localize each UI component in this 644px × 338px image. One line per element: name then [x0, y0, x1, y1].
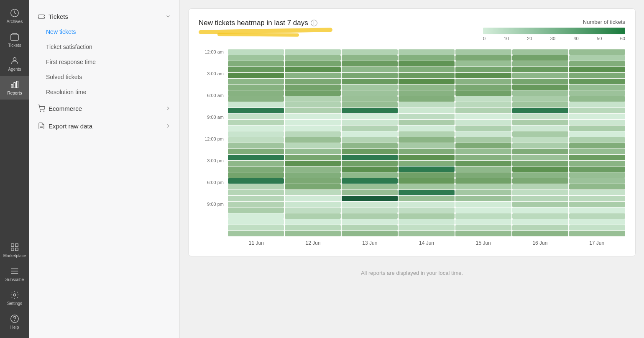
heatmap-cell[interactable] [285, 114, 341, 119]
heatmap-cell[interactable] [512, 131, 568, 137]
heatmap-cell[interactable] [512, 114, 568, 119]
heatmap-cell[interactable] [399, 114, 455, 119]
sidebar-ticket-satisfaction[interactable]: Ticket satisfaction [29, 39, 179, 54]
heatmap-cell[interactable] [399, 49, 455, 55]
heatmap-cell[interactable] [399, 161, 455, 166]
tickets-section-header[interactable]: Tickets [29, 8, 179, 24]
heatmap-cell[interactable] [512, 108, 568, 113]
heatmap-cell[interactable] [285, 131, 341, 137]
heatmap-cell[interactable] [342, 219, 398, 225]
heatmap-cell[interactable] [455, 84, 511, 90]
heatmap-cell[interactable] [228, 55, 284, 61]
heatmap-cell[interactable] [285, 108, 341, 113]
heatmap-cell[interactable] [455, 155, 511, 160]
heatmap-cell[interactable] [228, 207, 284, 213]
heatmap-cell[interactable] [399, 155, 455, 160]
heatmap-cell[interactable] [342, 178, 398, 184]
heatmap-cell[interactable] [399, 61, 455, 67]
heatmap-cell[interactable] [342, 184, 398, 189]
heatmap-cell[interactable] [455, 207, 511, 213]
heatmap-cell[interactable] [228, 178, 284, 184]
heatmap-cell[interactable] [455, 219, 511, 225]
heatmap-cell[interactable] [512, 102, 568, 108]
heatmap-cell[interactable] [569, 178, 625, 184]
heatmap-cell[interactable] [399, 184, 455, 189]
heatmap-cell[interactable] [455, 108, 511, 113]
heatmap-cell[interactable] [512, 166, 568, 172]
heatmap-cell[interactable] [285, 172, 341, 178]
heatmap-cell[interactable] [342, 213, 398, 219]
heatmap-cell[interactable] [399, 120, 455, 125]
heatmap-cell[interactable] [285, 161, 341, 166]
heatmap-cell[interactable] [342, 225, 398, 230]
heatmap-cell[interactable] [512, 184, 568, 189]
heatmap-cell[interactable] [569, 61, 625, 67]
heatmap-cell[interactable] [342, 61, 398, 67]
heatmap-cell[interactable] [285, 213, 341, 219]
heatmap-cell[interactable] [455, 67, 511, 72]
heatmap-cell[interactable] [512, 49, 568, 55]
heatmap-cell[interactable] [569, 213, 625, 219]
heatmap-cell[interactable] [569, 73, 625, 78]
heatmap-cell[interactable] [285, 73, 341, 78]
heatmap-cell[interactable] [455, 120, 511, 125]
heatmap-cell[interactable] [455, 102, 511, 108]
heatmap-cell[interactable] [228, 131, 284, 137]
heatmap-cell[interactable] [512, 149, 568, 154]
heatmap-cell[interactable] [342, 49, 398, 55]
heatmap-cell[interactable] [285, 120, 341, 125]
heatmap-cell[interactable] [455, 149, 511, 154]
heatmap-cell[interactable] [512, 178, 568, 184]
heatmap-cell[interactable] [228, 161, 284, 166]
heatmap-cell[interactable] [455, 225, 511, 230]
heatmap-cell[interactable] [569, 166, 625, 172]
heatmap-cell[interactable] [228, 73, 284, 78]
heatmap-cell[interactable] [569, 184, 625, 189]
heatmap-cell[interactable] [399, 90, 455, 96]
heatmap-cell[interactable] [569, 131, 625, 137]
heatmap-cell[interactable] [569, 96, 625, 102]
heatmap-cell[interactable] [512, 137, 568, 143]
heatmap-cell[interactable] [285, 178, 341, 184]
heatmap-cell[interactable] [569, 202, 625, 207]
heatmap-cell[interactable] [455, 61, 511, 67]
heatmap-cell[interactable] [512, 155, 568, 160]
heatmap-cell[interactable] [399, 131, 455, 137]
heatmap-cell[interactable] [512, 207, 568, 213]
heatmap-cell[interactable] [569, 172, 625, 178]
heatmap-cell[interactable] [512, 190, 568, 195]
heatmap-cell[interactable] [399, 102, 455, 108]
heatmap-cell[interactable] [228, 49, 284, 55]
heatmap-cell[interactable] [285, 49, 341, 55]
heatmap-cell[interactable] [228, 213, 284, 219]
heatmap-cell[interactable] [228, 143, 284, 149]
heatmap-cell[interactable] [455, 190, 511, 195]
heatmap-cell[interactable] [455, 90, 511, 96]
heatmap-cell[interactable] [285, 55, 341, 61]
heatmap-cell[interactable] [512, 61, 568, 67]
heatmap-cell[interactable] [228, 196, 284, 201]
heatmap-cell[interactable] [455, 196, 511, 201]
heatmap-cell[interactable] [285, 143, 341, 149]
heatmap-cell[interactable] [228, 184, 284, 189]
heatmap-cell[interactable] [228, 225, 284, 230]
heatmap-cell[interactable] [285, 61, 341, 67]
heatmap-cell[interactable] [228, 67, 284, 72]
heatmap-cell[interactable] [569, 207, 625, 213]
heatmap-cell[interactable] [285, 184, 341, 189]
heatmap-cell[interactable] [342, 149, 398, 154]
heatmap-cell[interactable] [228, 84, 284, 90]
heatmap-cell[interactable] [512, 172, 568, 178]
heatmap-cell[interactable] [455, 125, 511, 131]
heatmap-cell[interactable] [512, 79, 568, 84]
heatmap-cell[interactable] [455, 55, 511, 61]
heatmap-cell[interactable] [228, 96, 284, 102]
heatmap-cell[interactable] [342, 102, 398, 108]
heatmap-cell[interactable] [512, 67, 568, 72]
heatmap-cell[interactable] [512, 125, 568, 131]
heatmap-cell[interactable] [399, 172, 455, 178]
sidebar-solved-tickets[interactable]: Solved tickets [29, 69, 179, 84]
heatmap-cell[interactable] [569, 114, 625, 119]
heatmap-cell[interactable] [512, 196, 568, 201]
heatmap-cell[interactable] [228, 114, 284, 119]
